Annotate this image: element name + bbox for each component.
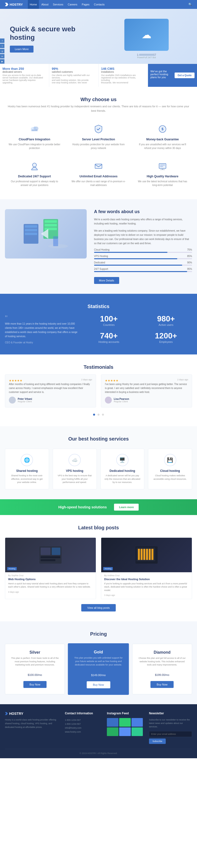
dot-3[interactable] — [102, 414, 104, 415]
stats-bar: More than 250 dedicated servers Give you… — [0, 64, 197, 87]
testimonial-2: ★★★★★ 2 days ago I've been using Hostry … — [101, 374, 192, 407]
social-linkedin[interactable]: in — [0, 54, 4, 58]
get-quote-button[interactable]: Get a Quote — [174, 72, 195, 78]
svg-rect-4 — [32, 129, 37, 131]
hero-monitor: ☁ — [124, 19, 169, 51]
social-google[interactable]: g — [0, 49, 4, 53]
progress-cloud: Cloud Hosting 75% — [94, 248, 192, 253]
hero-section: f t g in ▶ Quick & secure web hosting Le… — [0, 9, 197, 64]
test-name-2: Lisa Pearson — [114, 398, 129, 400]
insta-thumb-3[interactable] — [131, 718, 143, 727]
service-cloud-title: Cloud hosting — [152, 469, 188, 473]
nav-home[interactable]: Home — [28, 0, 39, 9]
nav-about[interactable]: About — [39, 0, 50, 9]
nav-services[interactable]: Services — [51, 0, 65, 9]
nav-logo[interactable]: HOSTRY — [5, 3, 23, 6]
services-grid: 🌐 Shared hosting Shared hosting is the m… — [5, 449, 192, 489]
feature-protection-title: Server Level Protection — [71, 137, 126, 141]
svg-rect-26 — [41, 548, 50, 555]
svg-rect-24 — [53, 236, 58, 246]
hardware-icon — [156, 160, 169, 172]
silver-name: Silver — [10, 650, 60, 655]
footer-email: info@hostry.com — [65, 726, 101, 730]
words-image-container — [5, 209, 87, 258]
newsletter-email-input[interactable] — [149, 731, 192, 737]
cloud-hosting-icon: 💾 — [164, 454, 176, 466]
silver-buy-button[interactable]: Buy Now — [24, 681, 46, 688]
newsletter-subscribe-button[interactable]: Subscribe — [149, 739, 166, 744]
insta-thumb-1[interactable] — [107, 718, 118, 727]
insta-thumb-6[interactable] — [131, 727, 143, 736]
social-twitter[interactable]: t — [0, 44, 4, 48]
stats-title: Statistics — [5, 304, 192, 309]
blog-author-2: By Andrea Cruz — [101, 572, 192, 578]
diamond-buy-button[interactable]: Buy Now — [151, 681, 173, 688]
blog-img-content-1 — [5, 538, 96, 572]
stat-employees: 1200+ Employees — [140, 331, 192, 343]
blog-author-1: By Sophia Cruz — [5, 572, 96, 578]
avatar-2 — [105, 397, 112, 404]
stat-servers-label: dedicated servers — [2, 70, 46, 73]
blog-title-1: Web Hosting Options — [5, 578, 96, 582]
social-facebook[interactable]: f — [0, 38, 4, 43]
insta-thumb-2[interactable] — [119, 718, 131, 727]
hero-learn-more-button[interactable]: Learn More — [10, 45, 34, 53]
svg-rect-37 — [151, 549, 153, 560]
stars-1: ★★★★★ — [9, 379, 23, 382]
feature-email: Unlimited Email Addresses We offer our c… — [69, 157, 128, 189]
hero-content: Quick & secure web hosting Learn More — [5, 25, 101, 52]
feature-support-desc: Our professional support is always ready… — [7, 180, 62, 187]
why-subtitle: Hostry has been numerous best #1 hosting… — [5, 104, 192, 113]
feature-money: $ Money-back Guarantee If you are unsati… — [133, 120, 192, 152]
stat-users: 980+ Active users — [140, 314, 192, 326]
stat-hosting-label: Hosting accounts — [83, 340, 135, 343]
feature-cloudflare: CloudFlare Integration We use CloudFlare… — [5, 120, 64, 152]
pricing-section: Pricing Silver This plan is perfect. Fro… — [0, 621, 197, 704]
cloudflare-icon — [28, 123, 41, 135]
stats-layout: " With more than 11 years in the hosting… — [5, 314, 192, 345]
footer-bottom: © 2019 HOSTRY. All Rights Reserved. — [5, 749, 192, 754]
stats-quote-container: " With more than 11 years in the hosting… — [5, 314, 78, 345]
gold-name: Gold — [73, 650, 124, 654]
dot-1[interactable] — [93, 414, 95, 415]
nav-contacts[interactable]: Contacts — [92, 0, 106, 9]
test-text-2: I've been using Hostry for years and it … — [105, 382, 188, 394]
footer-desc: Hostry is a world-class web hosting prov… — [5, 718, 59, 730]
svg-rect-11 — [160, 166, 163, 167]
footer-instagram-title: Instagram Feed — [107, 712, 143, 715]
feature-protection: Server Level Protection Hostry provides … — [69, 120, 128, 152]
social-youtube[interactable]: ▶ — [0, 59, 4, 64]
footer-contact-title: Contact Information — [65, 712, 101, 715]
svg-rect-20 — [45, 224, 57, 226]
nav-pages[interactable]: Pages — [80, 0, 91, 9]
words-section: A few words about us We're a world-class… — [0, 199, 197, 294]
more-details-button[interactable]: More Details — [94, 277, 119, 284]
svg-rect-32 — [138, 549, 140, 560]
gold-buy-button[interactable]: Buy Now — [87, 681, 110, 688]
stars-2: ★★★★★ — [105, 379, 118, 382]
feature-cloudflare-title: CloudFlare Integration — [7, 137, 62, 141]
view-all-blog-button[interactable]: View all blog posts — [81, 604, 116, 612]
stats-ceo: CEO & Founder at Hostry — [5, 340, 78, 345]
feature-hardware-desc: We use the latest technical solutions th… — [135, 180, 190, 187]
dot-2[interactable] — [97, 414, 100, 415]
insta-thumb-5[interactable] — [119, 727, 131, 736]
cta-learn-more-button[interactable]: Learn more — [114, 504, 139, 510]
search-icon[interactable]: 🔍 — [188, 3, 192, 6]
nav-careers[interactable]: Careers — [66, 0, 79, 9]
stat-countries: 100+ Countries — [83, 314, 135, 326]
blog-section: Latest blog posts Hosting By Sophia Cruz… — [0, 515, 197, 622]
footer-contact-info: 1-800-1234-567 1-800-1234-567 info@hostr… — [65, 718, 101, 734]
feature-hardware: High Quality Hardware We use the latest … — [133, 157, 192, 189]
svg-rect-29 — [41, 559, 55, 561]
blog-title: Latest blog posts — [5, 525, 192, 531]
feature-email-desc: We offer our clients a vast range of in-… — [71, 180, 126, 187]
avatar-1 — [9, 397, 16, 404]
test-role-1: Regular Client — [18, 400, 32, 403]
insta-thumb-4[interactable] — [107, 727, 118, 736]
social-sidebar: f t g in ▶ — [0, 38, 4, 64]
testimonials-section: Testimonials ★★★★★ 2 days ago After mont… — [0, 354, 197, 426]
stat-employees-value: 1200+ — [140, 331, 192, 340]
dedicated-icon: 🖥️ — [116, 454, 128, 466]
footer-contact: Contact Information 1-800-1234-567 1-800… — [65, 712, 101, 744]
